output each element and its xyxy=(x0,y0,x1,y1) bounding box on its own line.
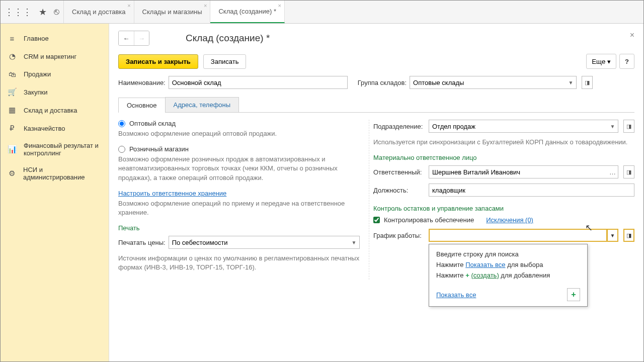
schedule-label: График работы: xyxy=(373,232,426,239)
apps-icon[interactable]: ⋮⋮⋮ xyxy=(5,7,32,18)
popup-hint-showall: Нажмите Показать все для выбора xyxy=(436,261,580,268)
sidebar-item-label: Склад и доставка xyxy=(24,107,77,114)
custody-link[interactable]: Настроить ответственное хранение xyxy=(118,190,226,197)
position-label: Должность: xyxy=(373,187,426,194)
schedule-dropdown-popup: Введите строку для поиска Нажмите Показа… xyxy=(429,244,588,307)
tab-warehouses-stores[interactable]: Склады и магазины × xyxy=(134,1,211,23)
schedule-open[interactable]: ◨ xyxy=(623,229,634,242)
sidebar-item-label: Главное xyxy=(24,35,49,42)
sidebar-item-label: Продажи xyxy=(24,70,51,78)
name-input[interactable] xyxy=(169,76,348,89)
popup-hint-create: Нажмите + (создать) для добавления xyxy=(436,272,580,279)
sidebar-item-admin[interactable]: ⚙НСИ и администрирование xyxy=(1,161,109,186)
print-prices-label: Печатать цены: xyxy=(118,239,166,246)
menu-icon: ≡ xyxy=(8,34,17,43)
division-dropdown[interactable]: ▼ xyxy=(607,120,618,133)
ruble-icon: ₽ xyxy=(8,124,17,133)
print-section-title: Печать xyxy=(118,224,360,232)
forward-button[interactable]: → xyxy=(134,31,149,45)
position-input[interactable] xyxy=(429,184,634,197)
retail-label: Розничный магазин xyxy=(129,145,189,153)
print-prices-dropdown[interactable]: ▼ xyxy=(349,236,360,249)
chart-icon: 📊 xyxy=(8,145,17,154)
gear-icon: ⚙ xyxy=(8,169,16,178)
division-label: Подразделение: xyxy=(373,123,426,130)
back-button[interactable]: ← xyxy=(119,31,134,45)
sidebar-item-sales[interactable]: 🛍Продажи xyxy=(1,65,109,83)
print-hint: Источник информации о ценах по умолчанию… xyxy=(118,254,360,272)
sidebar-item-label: НСИ и администрирование xyxy=(23,166,102,181)
tab-label: Склад (создание) * xyxy=(218,8,276,15)
grid-icon: ▦ xyxy=(8,106,17,115)
wholesale-label: Оптовый склад xyxy=(129,120,176,127)
custody-hint: Возможно оформление операций по приему и… xyxy=(118,199,360,217)
wholesale-radio[interactable] xyxy=(118,120,125,127)
more-button[interactable]: Еще ▾ xyxy=(586,54,616,69)
retail-hint: Возможно оформление розничных продаж в а… xyxy=(118,155,360,183)
sidebar-item-label: Казначейство xyxy=(24,125,65,132)
close-icon[interactable]: × xyxy=(127,3,130,9)
division-open[interactable]: ◨ xyxy=(623,120,634,133)
schedule-input[interactable] xyxy=(429,229,607,242)
sidebar-item-label: Финансовый результат и контроллинг xyxy=(24,142,102,157)
wholesale-hint: Возможно оформление операций оптовой про… xyxy=(118,129,360,138)
bag-icon: 🛍 xyxy=(8,70,17,78)
group-input[interactable] xyxy=(410,76,566,89)
page-title: Склад (создание) * xyxy=(186,33,270,44)
group-label: Группа складов: xyxy=(358,79,407,86)
responsible-open[interactable]: ◨ xyxy=(623,165,634,178)
exceptions-link[interactable]: Исключения (0) xyxy=(486,216,533,224)
close-page-button[interactable]: × xyxy=(630,31,634,40)
nav-arrows: ← → xyxy=(118,31,149,46)
plus-icon: + xyxy=(465,272,469,279)
crm-icon: ◔ xyxy=(8,52,17,61)
popup-showall-link[interactable]: Показать все xyxy=(465,261,505,268)
star-icon[interactable]: ★ xyxy=(39,7,47,18)
control-checkbox[interactable] xyxy=(373,217,380,223)
group-dropdown-button[interactable]: ▼ xyxy=(566,76,577,89)
sidebar-item-purchases[interactable]: 🛒Закупки xyxy=(1,83,109,101)
help-button[interactable]: ? xyxy=(619,54,634,69)
division-input[interactable] xyxy=(429,120,607,133)
popup-footer-showall[interactable]: Показать все xyxy=(436,291,476,299)
group-open-button[interactable]: ◨ xyxy=(582,76,593,89)
save-button[interactable]: Записать xyxy=(203,54,247,69)
print-prices-input[interactable] xyxy=(169,236,349,249)
sidebar-item-finance[interactable]: 📊Финансовый результат и контроллинг xyxy=(1,137,109,161)
control-label: Контролировать обеспечение xyxy=(384,216,474,224)
stock-section: Контроль остатков и управление запасами xyxy=(373,205,634,212)
tab-label: Склады и магазины xyxy=(142,8,202,16)
responsible-ellipsis[interactable]: … xyxy=(607,165,618,178)
schedule-dropdown[interactable]: ▼ xyxy=(607,229,618,242)
topbar-icon-group: ⋮⋮⋮ ★ ⎋ xyxy=(1,1,64,23)
responsible-section: Материально ответственное лицо xyxy=(373,154,634,161)
popup-hint-search: Введите строку для поиска xyxy=(436,250,580,258)
sidebar-item-label: Закупки xyxy=(24,88,47,96)
history-icon[interactable]: ⎋ xyxy=(54,7,59,17)
save-close-button[interactable]: Записать и закрыть xyxy=(118,54,198,69)
close-icon[interactable]: × xyxy=(278,3,281,9)
sidebar-item-label: CRM и маркетинг xyxy=(24,53,76,60)
sidebar-item-treasury[interactable]: ₽Казначейство xyxy=(1,119,109,137)
division-hint: Используется при синхронизации с Бухгалт… xyxy=(373,138,634,147)
tab-label: Склад и доставка xyxy=(72,8,126,16)
cart-icon: 🛒 xyxy=(8,87,17,97)
retail-radio[interactable] xyxy=(118,146,125,153)
tab-warehouse-delivery[interactable]: Склад и доставка × xyxy=(64,1,134,23)
sidebar: ≡Главное ◔CRM и маркетинг 🛍Продажи 🛒Заку… xyxy=(1,24,109,362)
name-label: Наименование: xyxy=(118,79,166,86)
sidebar-item-warehouse[interactable]: ▦Склад и доставка xyxy=(1,101,109,119)
sidebar-item-crm[interactable]: ◔CRM и маркетинг xyxy=(1,47,109,65)
popup-add-button[interactable]: + xyxy=(567,288,580,301)
top-tab-bar: ⋮⋮⋮ ★ ⎋ Склад и доставка × Склады и мага… xyxy=(1,1,643,24)
sidebar-item-main[interactable]: ≡Главное xyxy=(1,30,109,47)
close-icon[interactable]: × xyxy=(204,3,207,9)
responsible-label: Ответственный: xyxy=(373,168,426,176)
tab-warehouse-create[interactable]: Склад (создание) * × xyxy=(210,1,284,23)
tab-addresses[interactable]: Адреса, телефоны xyxy=(165,97,239,112)
popup-create-link[interactable]: (создать) xyxy=(471,272,499,279)
responsible-input[interactable] xyxy=(429,165,607,178)
tab-main[interactable]: Основное xyxy=(118,98,166,113)
